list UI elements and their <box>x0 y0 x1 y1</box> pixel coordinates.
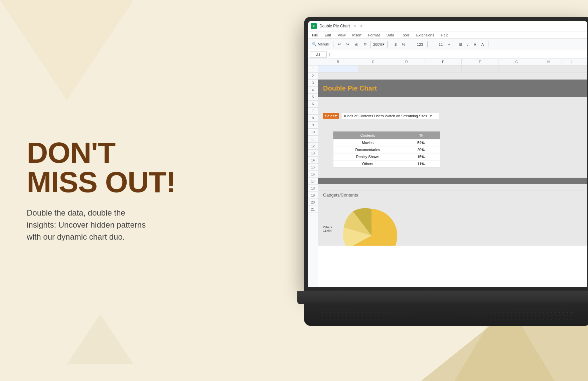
cell-d1[interactable] <box>388 66 425 72</box>
font-plus[interactable]: + <box>446 40 452 48</box>
cell-row15[interactable] <box>318 184 587 190</box>
laptop-body: ≡ Double Pie Chart ☆ ⊙ ⋯ File Edit Vi <box>304 17 588 291</box>
col-header-i[interactable]: I <box>562 59 582 65</box>
cell-remaining-2[interactable] <box>358 73 587 79</box>
table-row-documentaries: Documentaries 20% <box>333 146 440 153</box>
menu-edit[interactable]: Edit <box>323 32 332 38</box>
cell-others-name[interactable]: Others <box>333 160 402 167</box>
col-header-c[interactable]: C <box>358 59 388 65</box>
cell-reality-name[interactable]: Reality Shows <box>333 153 402 160</box>
cell-b2[interactable] <box>318 73 358 79</box>
cell-g1[interactable] <box>498 66 535 72</box>
paint-btn[interactable]: ⚙ <box>361 40 369 48</box>
cell-others-pct[interactable]: 11% <box>402 160 440 167</box>
col-header-g[interactable]: G <box>498 59 535 65</box>
percent-btn[interactable]: % <box>400 40 407 48</box>
row-20: 20 <box>308 199 318 206</box>
menu-file[interactable]: File <box>311 32 319 38</box>
title-bar: ≡ Double Pie Chart ☆ ⊙ ⋯ <box>308 21 587 31</box>
print-btn[interactable]: 🖨 <box>352 40 360 48</box>
cell-row13[interactable] <box>318 171 587 177</box>
table-row-others: Others 11% <box>333 160 440 167</box>
row-4: 4 <box>308 87 318 94</box>
cell-reality-pct[interactable]: 15% <box>402 153 440 160</box>
cell-row7[interactable] <box>318 121 587 128</box>
keyboard-pattern <box>321 307 575 321</box>
dropdown[interactable]: Kinds of Contents Users Watch on Streami… <box>342 113 439 119</box>
row-12: 12 <box>308 143 318 150</box>
col-header-h[interactable]: H <box>535 59 562 65</box>
strike-btn[interactable]: S̶ <box>472 40 478 48</box>
redo-btn[interactable]: ↪ <box>344 40 351 48</box>
cell-c1[interactable] <box>358 66 388 72</box>
row-10: 10 <box>308 129 318 136</box>
menu-extensions[interactable]: Extensions <box>415 32 436 38</box>
search-btn[interactable]: 🔍 Menus <box>310 40 331 48</box>
row-18: 18 <box>308 185 318 192</box>
dropdown-arrow: ▾ <box>430 114 432 118</box>
cell-docs-pct[interactable]: 20% <box>402 146 440 153</box>
more-tools[interactable]: ⋯ <box>491 40 498 48</box>
cell-b1[interactable] <box>318 66 358 72</box>
row-17: 17 <box>308 178 318 185</box>
format-btn[interactable]: 123 <box>415 40 425 48</box>
undo-btn[interactable]: ↩ <box>336 40 343 48</box>
menu-format[interactable]: Format <box>367 32 381 38</box>
row-3: 3 <box>308 80 318 87</box>
bold-btn[interactable]: B <box>457 40 464 48</box>
menu-view[interactable]: View <box>336 32 347 38</box>
dropdown-value: Kinds of Contents Users Watch on Streami… <box>344 114 427 118</box>
italic-btn[interactable]: I <box>465 40 470 48</box>
table-row-reality: Reality Shows 15% <box>333 153 440 160</box>
cell-e1[interactable] <box>425 66 462 72</box>
chart-section-label: Gadgets/Contents <box>318 191 587 199</box>
col-header-d[interactable]: D <box>388 59 425 65</box>
pie-chart-container: Others 11.0% <box>318 199 587 246</box>
menu-help[interactable]: Help <box>439 32 450 38</box>
color-btn[interactable]: A <box>479 40 486 48</box>
menu-data[interactable]: Data <box>385 32 396 38</box>
toolbar: 🔍 Menus ↩ ↪ 🖨 ⚙ 200% ▾ $ % , <box>308 39 587 50</box>
currency-btn[interactable]: $ <box>393 40 399 48</box>
col-header-e[interactable]: E <box>425 59 462 65</box>
cell-row4[interactable] <box>318 97 587 104</box>
cell-movies-pct[interactable]: 54% <box>402 139 440 146</box>
sheets-logo: ≡ <box>311 23 317 29</box>
font-minus[interactable]: - <box>430 40 435 48</box>
star-icon[interactable]: ☆ <box>352 24 357 28</box>
row-9: 9 <box>308 122 318 129</box>
table-header-row: Contents % <box>333 132 440 139</box>
spreadsheet-ui: ≡ Double Pie Chart ☆ ⊙ ⋯ File Edit Vi <box>308 21 587 287</box>
cell-docs-name[interactable]: Documentaries <box>333 146 402 153</box>
menu-tools[interactable]: Tools <box>400 32 411 38</box>
cell-f1[interactable] <box>462 66 498 72</box>
col-header-f[interactable]: F <box>462 59 498 65</box>
row-numbers: 1 2 3 4 5 6 7 8 9 10 11 12 13 <box>308 59 318 287</box>
bg-shape-small-triangle <box>67 314 134 364</box>
menu-insert[interactable]: Insert <box>351 32 363 38</box>
dec-btn[interactable]: , <box>409 40 414 48</box>
sheet-row-15 <box>318 184 587 191</box>
select-row: Select: Kinds of Contents Users Watch on… <box>318 111 587 121</box>
sheet-row-13 <box>318 171 587 178</box>
row-19: 19 <box>308 192 318 199</box>
column-headers: B C D E F G H I <box>318 59 587 66</box>
col-header-b[interactable]: B <box>318 59 358 65</box>
row-13: 13 <box>308 150 318 157</box>
cell-reference[interactable]: A1 <box>310 51 327 58</box>
cell-i1[interactable] <box>562 66 582 72</box>
more-icon: ⋯ <box>364 24 369 28</box>
data-table: Contents % Movies 54% <box>333 131 440 167</box>
chart-section-title: Gadgets/Contents <box>323 193 358 198</box>
laptop-base <box>297 291 588 304</box>
laptop-screen: ≡ Double Pie Chart ☆ ⊙ ⋯ File Edit Vi <box>308 21 587 287</box>
cell-h1[interactable] <box>535 66 562 72</box>
zoom-value: 200% <box>373 42 383 46</box>
formula-separator: | <box>329 52 330 56</box>
font-size[interactable]: 11 <box>437 40 445 48</box>
cell-row5[interactable] <box>318 104 587 111</box>
row-6: 6 <box>308 101 318 108</box>
cell-movies-name[interactable]: Movies <box>333 139 402 146</box>
zoom-select[interactable]: 200% ▾ <box>370 41 388 48</box>
table-row-movies: Movies 54% <box>333 139 440 146</box>
